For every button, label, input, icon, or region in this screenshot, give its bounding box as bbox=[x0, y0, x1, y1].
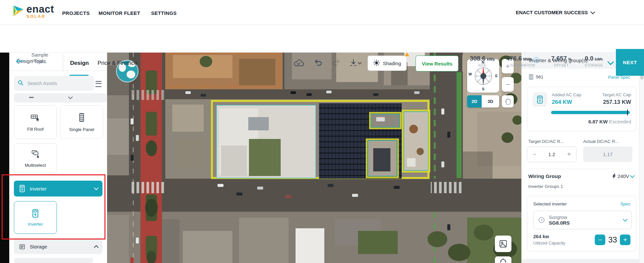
collapsed-section-partial[interactable] bbox=[14, 93, 107, 103]
stat-storage: 0.0kWh STORAGE bbox=[579, 55, 608, 67]
tool-label: Inverter bbox=[28, 222, 43, 227]
divider bbox=[463, 55, 463, 71]
inverter-section-label: Inverter bbox=[30, 186, 91, 192]
search-input[interactable] bbox=[27, 80, 84, 86]
download-icon[interactable] bbox=[350, 59, 361, 67]
minus-icon: − bbox=[505, 80, 510, 88]
menu-icon[interactable] bbox=[96, 81, 101, 87]
app-window: enact SOLAR PROJECTS MONITOR FLEET SETTI… bbox=[0, 0, 644, 263]
collapsed-section-partial[interactable] bbox=[14, 258, 93, 263]
mode-2d-button[interactable]: 2D bbox=[467, 95, 482, 108]
decrement-button[interactable]: − bbox=[533, 151, 537, 158]
fill-roof-icon bbox=[30, 113, 41, 123]
capacity-label: Utilized Capacity bbox=[533, 241, 565, 245]
single-panel-icon bbox=[78, 112, 86, 124]
inverter-section-header[interactable]: Inverter bbox=[14, 181, 102, 197]
stat-storage-value: 0.0 bbox=[585, 55, 593, 62]
stat-offset-unit: % bbox=[568, 57, 572, 61]
tab-design[interactable]: Design bbox=[70, 60, 89, 66]
count-decrement-button[interactable]: − bbox=[595, 235, 605, 245]
stat-generation-value: 476.6 bbox=[506, 55, 522, 62]
tool-fill-roof[interactable]: Fill Roof bbox=[14, 105, 57, 139]
panel-count: 561 bbox=[536, 74, 543, 79]
redo-icon bbox=[332, 59, 341, 66]
inverter-groups-label: Inverter Groups 1 bbox=[528, 184, 563, 189]
divider bbox=[63, 54, 63, 71]
panel-scrollbar[interactable] bbox=[639, 52, 644, 263]
mode-3d-button[interactable]: 3D bbox=[482, 95, 499, 108]
target-ratio-stepper: − 1.2 + bbox=[527, 147, 577, 162]
target-ac-value: 257.13 KW bbox=[603, 99, 631, 106]
spec-link[interactable]: Spec bbox=[620, 201, 630, 206]
chevron-down-icon bbox=[358, 61, 361, 64]
warning-triangle-icon bbox=[405, 52, 409, 56]
undo-icon[interactable] bbox=[314, 59, 323, 66]
actual-ratio-label: Actual DC/AC R... bbox=[583, 139, 619, 144]
increment-button[interactable]: + bbox=[567, 151, 571, 158]
cloud-save-icon[interactable] bbox=[294, 59, 304, 67]
wiring-group-title: Wiring Group bbox=[528, 173, 561, 179]
compass-rose bbox=[472, 65, 495, 87]
map-aerial-imagery bbox=[107, 52, 521, 263]
exceeded-value: 6.87 KW bbox=[588, 119, 608, 124]
inverter-group-card: Selected inverter Spec Sungrow SG8.0RS 2… bbox=[527, 196, 637, 251]
chevron-down-icon bbox=[590, 9, 595, 14]
partial-glyph bbox=[29, 97, 34, 98]
zoom-out-button[interactable]: − bbox=[502, 77, 514, 92]
window-edge-strip bbox=[0, 42, 9, 263]
design-tools-sidebar: Design Tools Fill Roof bbox=[9, 52, 107, 263]
inverter-select-dropdown[interactable]: Sungrow SG8.0RS bbox=[533, 211, 632, 229]
count-increment-button[interactable]: + bbox=[620, 235, 630, 245]
nav-settings[interactable]: SETTINGS bbox=[151, 10, 177, 16]
shading-button[interactable]: Shading bbox=[368, 56, 407, 71]
stat-size: 308.6kWp SIZE bbox=[465, 55, 499, 67]
info-icon[interactable] bbox=[534, 57, 539, 63]
enact-logo[interactable]: enact SOLAR bbox=[13, 4, 54, 20]
next-button[interactable]: NEXT bbox=[616, 49, 644, 76]
voltage-value: 240V bbox=[618, 173, 629, 179]
tool-label: Fill Roof bbox=[27, 127, 44, 132]
storage-section-header[interactable]: Storage bbox=[14, 239, 102, 254]
account-menu[interactable]: ENACT CUSTOMER SUCCESS bbox=[516, 10, 594, 15]
project-name: Sample Proje... bbox=[31, 52, 57, 65]
panel-icon bbox=[529, 74, 533, 80]
view-results-button[interactable]: View Results bbox=[416, 56, 459, 71]
tool-multiselect[interactable]: Multiselect bbox=[14, 143, 57, 173]
imagery-edit-button[interactable] bbox=[495, 236, 511, 252]
tab-price-finance[interactable]: Price & Finance bbox=[98, 60, 137, 66]
tool-inverter[interactable]: Inverter bbox=[14, 201, 57, 234]
selected-inverter-label: Selected inverter bbox=[533, 201, 567, 206]
bolt-icon bbox=[612, 174, 616, 179]
map-canvas[interactable]: N E S W + − 2D 3D bbox=[107, 52, 521, 263]
voltage-selector[interactable]: 240V bbox=[612, 173, 634, 179]
stat-storage-label: STORAGE bbox=[584, 63, 603, 67]
inverter-brand: Sungrow bbox=[549, 215, 620, 220]
pan-hand-button[interactable] bbox=[502, 95, 514, 108]
divider bbox=[527, 169, 631, 169]
tool-single-panel[interactable]: Single Panel bbox=[60, 105, 103, 139]
exceeded-label: Exceeded bbox=[609, 119, 631, 124]
map-mode-toggle[interactable]: 2D 3D bbox=[467, 95, 499, 108]
target-ratio-label: Target DC/AC R... bbox=[528, 139, 564, 144]
collapsed-section-partial[interactable] bbox=[522, 259, 639, 263]
added-ac-label: Added AC Cap bbox=[552, 92, 581, 97]
nav-monitor-fleet[interactable]: MONITOR FLEET bbox=[99, 10, 140, 16]
ac-capacity-progress-fill bbox=[551, 111, 630, 114]
active-tab-underline bbox=[69, 75, 89, 76]
nav-projects[interactable]: PROJECTS bbox=[62, 10, 90, 16]
storage-icon bbox=[19, 243, 26, 250]
added-ac-value: 264 KW bbox=[552, 99, 572, 106]
chevron-down-icon bbox=[68, 95, 73, 99]
chevron-down-icon bbox=[630, 173, 635, 178]
capacity-value: 264 kw bbox=[533, 234, 549, 239]
ac-capacity-card: Added AC Cap 264 KW Target AC Cap 257.13… bbox=[527, 87, 637, 131]
globe-landmass bbox=[127, 70, 135, 78]
back-arrow-button[interactable] bbox=[15, 58, 25, 65]
stat-size-label: SIZE bbox=[478, 63, 487, 67]
enact-logo-icon bbox=[13, 4, 24, 20]
inverter-count: 33 bbox=[607, 235, 618, 244]
shading-label: Shading bbox=[383, 61, 401, 66]
brand-wordmark: enact bbox=[26, 4, 54, 14]
settings-button-partial[interactable] bbox=[495, 256, 511, 263]
compass-east-label: E bbox=[495, 74, 498, 78]
